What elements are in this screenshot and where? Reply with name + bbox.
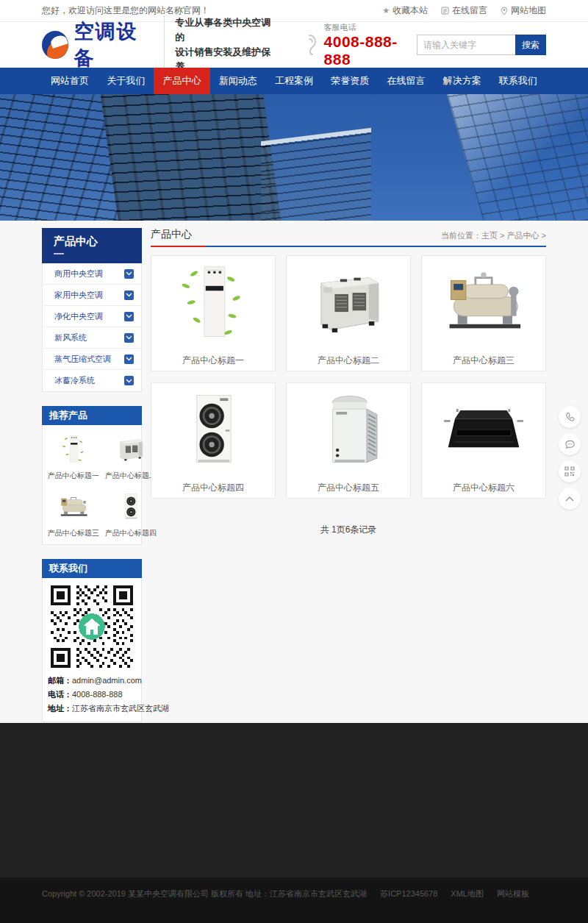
logo-icon	[42, 31, 68, 59]
banner-building-right	[446, 94, 588, 221]
message-icon	[441, 7, 449, 15]
product-card[interactable]: 产品中心标题五	[286, 382, 411, 499]
sidebar-item-ice-storage[interactable]: 冰蓄冷系统	[43, 370, 141, 391]
nav-item-home[interactable]: 网站首页	[42, 68, 98, 94]
contact-email: 邮箱：admin@admin.com	[48, 674, 136, 688]
recommended-section: 推荐产品 产品中心标题一	[42, 406, 142, 545]
page-title: 产品中心	[151, 228, 192, 241]
nav-item-honors[interactable]: 荣誉资质	[322, 68, 378, 94]
search-box: 搜索	[417, 35, 546, 55]
sidebar-categories-header: 产品中心	[42, 228, 142, 263]
product-title: 产品中心标题四	[151, 482, 275, 494]
sidebar-item-commercial[interactable]: 商用中央空调	[43, 263, 141, 285]
banner-building-mid	[97, 94, 285, 221]
sidebar-item-fresh-air[interactable]: 新风系统	[43, 327, 141, 349]
nav-item-news[interactable]: 新闻动态	[210, 68, 266, 94]
contact-phone: 电话：4008-888-888	[48, 688, 136, 702]
product-grid: 产品中心标题一 产品中心标题二 产品中心标题三	[151, 255, 546, 499]
recommended-header: 推荐产品	[42, 406, 142, 425]
recommended-item[interactable]: 产品中心标题一	[48, 431, 99, 481]
recommended-item[interactable]: 产品中心标题四	[105, 488, 157, 538]
product-title: 产品中心标题三	[422, 354, 545, 367]
arrow-up-icon	[564, 496, 575, 502]
title-dash	[54, 253, 64, 254]
main-section: 产品中心 商用中央空调 家用中央空调 净化中央空调	[0, 221, 588, 723]
qr-icon	[564, 466, 575, 477]
chat-icon	[564, 439, 576, 450]
chevron-down-icon	[124, 333, 134, 343]
nav-item-about[interactable]: 关于我们	[98, 68, 154, 94]
contact-header: 联系我们	[42, 559, 142, 578]
hotline-label: 客服电话	[324, 22, 417, 33]
template-link[interactable]: 网站模板	[497, 889, 529, 898]
footer	[0, 723, 588, 877]
product-card[interactable]: 产品中心标题一	[151, 255, 276, 371]
sidebar-item-purifying[interactable]: 净化中央空调	[43, 306, 141, 327]
favorite-label: 收藏本站	[392, 4, 428, 17]
slogan-line1: 专业从事各类中央空调的	[175, 15, 273, 45]
phone-icon	[564, 412, 576, 423]
contact-address: 地址：江苏省南京市玄武区玄武湖	[48, 702, 136, 716]
sidebar: 产品中心 商用中央空调 家用中央空调 净化中央空调	[42, 228, 142, 722]
product-image	[287, 389, 410, 471]
product-image	[105, 431, 157, 468]
product-title: 产品中心标题五	[287, 482, 410, 494]
product-image	[151, 389, 275, 471]
hero-banner	[0, 94, 588, 221]
recommended-list: 产品中心标题一 产品中心标题二	[48, 431, 136, 538]
footer-copyright-bar: Copyright © 2002-2019 某某中央空调有限公司 版权所有 地址…	[0, 877, 588, 923]
sidebar-item-vapor-compression[interactable]: 蒸气压缩式空调	[43, 349, 141, 370]
chevron-down-icon	[124, 354, 134, 364]
product-image	[287, 262, 410, 344]
nav-item-cases[interactable]: 工程案例	[266, 68, 322, 94]
copyright-text: Copyright © 2002-2019 某某中央空调有限公司 版权所有 地址…	[42, 889, 367, 898]
product-image	[422, 262, 545, 344]
product-image	[422, 389, 545, 471]
star-icon: ★	[382, 7, 390, 15]
product-image	[48, 488, 99, 525]
search-input[interactable]	[417, 35, 515, 55]
site-header: 空调设备 专业从事各类中央空调的 设计销售安装及维护保养 客服电话 4008-8…	[0, 22, 588, 68]
product-card[interactable]: 产品中心标题六	[421, 382, 546, 499]
hotline-number: 4008-888-888	[324, 33, 417, 68]
product-card[interactable]: 产品中心标题二	[286, 255, 411, 371]
breadcrumb: 产品中心 当前位置：主页 > 产品中心 >	[151, 228, 546, 247]
search-button[interactable]: 搜索	[515, 35, 546, 55]
phone-icon	[299, 32, 318, 57]
float-chat-button[interactable]	[559, 433, 581, 455]
product-card[interactable]: 产品中心标题三	[421, 255, 546, 371]
banner-building-low	[261, 128, 371, 221]
hotline: 客服电话 4008-888-888	[299, 22, 417, 68]
nav-item-solutions[interactable]: 解决方案	[434, 68, 490, 94]
float-qr-button[interactable]	[559, 460, 581, 482]
icp-number[interactable]: 苏ICP12345678	[380, 889, 437, 898]
slogan: 专业从事各类中央空调的 设计销售安装及维护保养	[164, 15, 273, 75]
product-title: 产品中心标题六	[422, 482, 545, 494]
nav-item-feedback[interactable]: 在线留言	[378, 68, 434, 94]
float-phone-button[interactable]	[559, 406, 581, 428]
message-link[interactable]: 在线留言	[441, 4, 487, 17]
xml-sitemap-link[interactable]: XML地图	[451, 889, 484, 898]
chevron-down-icon	[124, 376, 134, 385]
product-title: 产品中心标题一	[151, 354, 275, 367]
sitemap-link[interactable]: 网站地图	[501, 4, 546, 17]
category-list: 商用中央空调 家用中央空调 净化中央空调 新风系统	[42, 263, 142, 392]
qr-code	[51, 585, 133, 668]
nav-item-products[interactable]: 产品中心	[154, 68, 209, 94]
recommended-item[interactable]: 产品中心标题三	[48, 488, 99, 538]
back-to-top-button[interactable]	[559, 488, 581, 510]
main-nav: 网站首页 关于我们 产品中心 新闻动态 工程案例 荣誉资质 在线留言 解决方案 …	[0, 68, 588, 94]
favorite-link[interactable]: ★ 收藏本站	[382, 4, 428, 17]
pagination[interactable]: 共 1页6条记录	[151, 524, 546, 536]
contact-section: 联系我们	[42, 559, 142, 722]
breadcrumb-path[interactable]: 当前位置：主页 > 产品中心 >	[441, 228, 546, 241]
chevron-down-icon	[124, 291, 134, 300]
content-area: 产品中心 当前位置：主页 > 产品中心 > 产品中心标题一 产品	[151, 228, 546, 536]
product-image	[48, 431, 99, 468]
logo[interactable]: 空调设备	[42, 18, 154, 71]
nav-item-contact[interactable]: 联系我们	[490, 68, 546, 94]
product-card[interactable]: 产品中心标题四	[151, 382, 276, 499]
sidebar-item-household[interactable]: 家用中央空调	[43, 285, 141, 306]
floating-toolbar	[559, 406, 581, 510]
recommended-item[interactable]: 产品中心标题二	[105, 431, 157, 481]
